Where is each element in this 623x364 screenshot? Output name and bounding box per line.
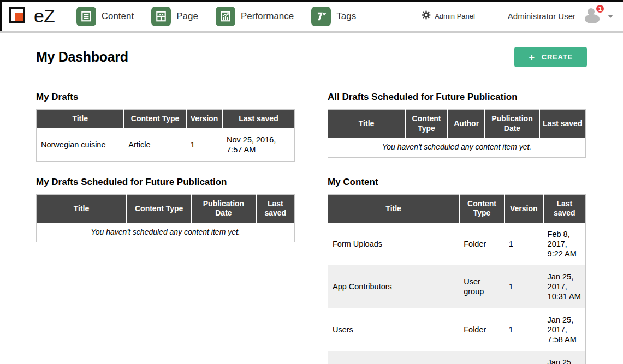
cell-last-saved: Jan 25, 2017, 7:58 AM (543, 308, 586, 351)
cell-content-type: User group (459, 265, 505, 308)
cell-title[interactable]: Users (328, 308, 460, 351)
section-title-all-drafts-scheduled: All Drafts Scheduled for Future Publicat… (328, 92, 586, 103)
column-header-author: Author (448, 110, 485, 138)
content-icon (76, 7, 96, 26)
column-header-title: Title (37, 110, 124, 128)
cell-last-saved: Jan 25, 2017, 10:31 AM (543, 265, 586, 308)
gear-icon (422, 10, 431, 22)
cell-title[interactable]: App Contributors (328, 265, 460, 308)
section-all-drafts-scheduled: All Drafts Scheduled for Future Publicat… (328, 92, 586, 158)
empty-row: You haven't scheduled any content item y… (37, 223, 295, 242)
column-header-last-saved: Last saved (222, 110, 294, 128)
table-row[interactable]: App Contributors User group 1 Jan 25, 20… (328, 265, 586, 308)
table-header-row: Title Content Type Author Publication Da… (328, 110, 586, 138)
table-row[interactable]: Norwegian cuisine Article 1 Nov 25, 2016… (37, 128, 295, 162)
nav-items: Content Page (76, 7, 374, 26)
section-title-my-content: My Content (328, 177, 586, 188)
user-name: Administrator User (508, 11, 575, 21)
section-title-my-drafts: My Drafts (36, 92, 295, 103)
my-drafts-table: Title Content Type Version Last saved No… (36, 109, 295, 162)
column-header-publication-date: Publication Date (191, 194, 256, 223)
column-header-version: Version (186, 110, 222, 128)
nav-item-page-label: Page (176, 11, 198, 22)
user-avatar[interactable]: 1 (583, 8, 603, 25)
screen-edge-left (0, 0, 2, 31)
table-header-row: Title Content Type Version Last saved (37, 110, 295, 128)
plus-icon: + (529, 54, 535, 61)
cell-last-saved: Feb 8, 2017, 9:22 AM (543, 223, 586, 265)
my-drafts-scheduled-table: Title Content Type Publication Date Last… (36, 194, 295, 243)
column-header-content-type: Content Type (124, 110, 186, 128)
page-header: My Dashboard + CREATE (36, 47, 587, 76)
column-header-content-type: Content Type (405, 110, 448, 138)
table-header-row: Title Content Type Publication Date Last… (37, 194, 295, 223)
main-content: My Dashboard + CREATE My Drafts Title Co… (0, 33, 623, 364)
dashboard-grid: My Drafts Title Content Type Version Las… (36, 76, 587, 364)
nav-item-performance-label: Performance (241, 11, 294, 22)
empty-message: You haven't scheduled any content item y… (37, 223, 295, 242)
admin-panel-label: Admin Panel (435, 12, 475, 20)
section-title-my-drafts-scheduled: My Drafts Scheduled for Future Publicati… (36, 177, 295, 188)
empty-message: You haven't scheduled any content item y… (328, 138, 586, 157)
tags-icon (311, 7, 331, 26)
ez-logo-outline-square (9, 7, 25, 23)
performance-icon (216, 7, 235, 26)
section-my-drafts-scheduled: My Drafts Scheduled for Future Publicati… (36, 177, 295, 243)
cell-content-type: Folder (459, 351, 505, 364)
cell-version: 1 (505, 351, 543, 364)
cell-content-type: Article (124, 128, 186, 162)
cell-version: 1 (505, 223, 543, 265)
column-header-last-saved: Last saved (539, 110, 586, 138)
cell-content-type: Folder (459, 308, 505, 351)
table-header-row: Title Content Type Version Last saved (328, 194, 586, 223)
cell-title[interactable]: App (328, 351, 460, 364)
page-icon (151, 7, 171, 26)
cell-last-saved: Nov 25, 2016, 7:57 AM (222, 128, 294, 162)
page-title: My Dashboard (36, 49, 128, 65)
nav-item-content-label: Content (102, 11, 134, 22)
screen-edge-top (0, 0, 623, 2)
cell-title[interactable]: Form Uploads (328, 223, 460, 265)
ez-logo-icon (8, 4, 33, 28)
cell-content-type: Folder (459, 223, 505, 265)
table-row[interactable]: App Folder 1 Jan 25, 2017, 7:55 AM (328, 351, 586, 364)
column-header-title: Title (37, 194, 127, 223)
nav-item-content[interactable]: Content (76, 7, 134, 26)
column-header-title: Title (328, 194, 460, 223)
column-header-last-saved: Last saved (543, 194, 586, 223)
nav-item-tags-label: Tags (336, 11, 356, 22)
nav-item-page[interactable]: Page (151, 7, 198, 26)
notification-badge[interactable]: 1 (595, 4, 605, 14)
column-header-content-type: Content Type (459, 194, 505, 223)
nav-item-admin-panel[interactable]: Admin Panel (422, 10, 475, 22)
nav-item-performance[interactable]: Performance (216, 7, 294, 26)
empty-row: You haven't scheduled any content item y… (328, 138, 586, 157)
table-row[interactable]: Form Uploads Folder 1 Feb 8, 2017, 9:22 … (328, 223, 586, 265)
cell-title[interactable]: Norwegian cuisine (37, 128, 124, 162)
cell-version: 1 (186, 128, 222, 162)
cell-version: 1 (505, 308, 543, 351)
column-header-version: Version (505, 194, 543, 223)
column-header-title: Title (328, 110, 406, 138)
create-button-label: CREATE (542, 53, 573, 61)
user-menu[interactable]: Administrator User 1 (508, 8, 615, 25)
cell-last-saved: Jan 25, 2017, 7:55 AM (543, 351, 586, 364)
column-header-content-type: Content Type (127, 194, 191, 223)
chevron-down-icon[interactable] (608, 15, 613, 18)
column-header-last-saved: Last saved (256, 194, 295, 223)
nav-item-tags[interactable]: Tags (311, 7, 356, 26)
ez-logo-text: eZ (34, 5, 55, 27)
create-button[interactable]: + CREATE (514, 47, 587, 67)
ez-logo[interactable]: eZ (8, 4, 55, 28)
top-navbar: eZ Content P (0, 0, 623, 33)
avatar-body (585, 14, 600, 23)
cell-version: 1 (505, 265, 543, 308)
section-my-drafts: My Drafts Title Content Type Version Las… (36, 92, 295, 162)
section-my-content: My Content Title Content Type Version La… (328, 177, 586, 364)
table-row[interactable]: Users Folder 1 Jan 25, 2017, 7:58 AM (328, 308, 586, 351)
all-drafts-scheduled-table: Title Content Type Author Publication Da… (328, 109, 586, 158)
my-content-table: Title Content Type Version Last saved Fo… (328, 194, 586, 364)
column-header-publication-date: Publication Date (485, 110, 539, 138)
